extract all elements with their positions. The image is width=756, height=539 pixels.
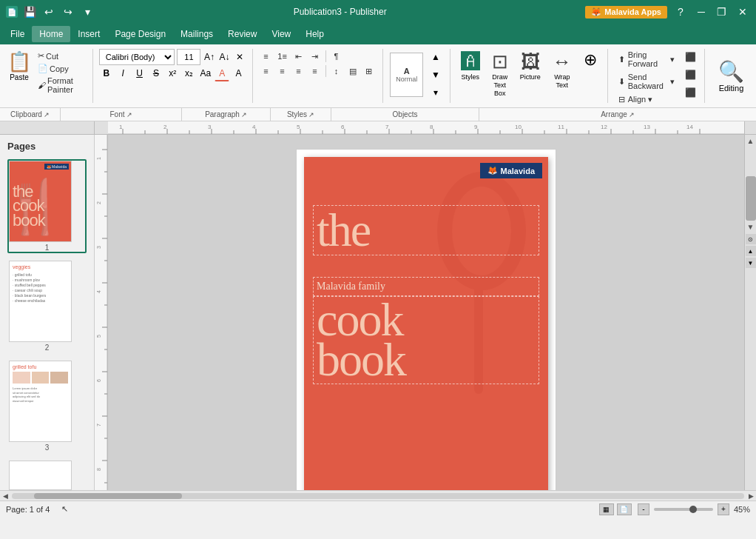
minimize-button[interactable]: ─ <box>694 4 709 19</box>
scroll-select-button[interactable]: ⊙ <box>746 234 756 244</box>
canvas-area[interactable]: 🦊 Malavida the Malavida family <box>108 135 744 490</box>
save-quickaccess-button[interactable]: 💾 <box>22 4 37 19</box>
styles-up-button[interactable]: ▲ <box>428 49 444 65</box>
arrange-label: Arrange ↗ <box>479 108 756 121</box>
scroll-h-thumb[interactable] <box>34 493 182 499</box>
align-right-button[interactable]: ≡ <box>291 64 306 78</box>
bullets-button[interactable]: ≡ <box>259 49 274 64</box>
font-expander[interactable]: ↗ <box>126 111 132 118</box>
help-button[interactable]: ? <box>673 4 688 19</box>
numbering-button[interactable]: 1≡ <box>275 49 290 64</box>
page-thumb-4[interactable] <box>7 459 87 490</box>
zoom-slider[interactable] <box>654 508 713 511</box>
menu-review[interactable]: Review <box>220 26 264 42</box>
font-size-input[interactable] <box>177 49 200 65</box>
zoom-in-button[interactable]: + <box>718 503 729 515</box>
styles-large-button[interactable]: 🅰 Styles <box>456 49 485 82</box>
paragraph-expander[interactable]: ↗ <box>241 111 247 118</box>
arrange-more3[interactable]: ⬛ <box>682 84 698 101</box>
justify-button[interactable]: ≡ <box>308 64 323 78</box>
scroll-left-button[interactable]: ◀ <box>0 491 10 501</box>
bold-button[interactable]: B <box>99 65 114 81</box>
page-thumb-3[interactable]: grilled tofu Lorem ipsum dolorsit amet c… <box>7 359 87 453</box>
more-objects-button[interactable]: ⊕ <box>579 49 601 71</box>
editing-button[interactable]: 🔍 Editing <box>712 56 750 96</box>
italic-button[interactable]: I <box>115 65 130 81</box>
restore-button[interactable]: ❐ <box>715 4 729 19</box>
menu-page-design[interactable]: Page Design <box>107 26 173 42</box>
change-case-button[interactable]: Aa <box>198 65 213 81</box>
font-shrink-button[interactable]: A↓ <box>218 49 231 65</box>
undo-button[interactable]: ↩ <box>41 4 56 19</box>
arrange-more1[interactable]: ⬛ <box>682 49 698 65</box>
styles-expander[interactable]: ↗ <box>308 111 314 118</box>
bring-forward-button[interactable]: ⬆ Bring Forward ▾ <box>614 49 679 70</box>
zoom-out-button[interactable]: - <box>638 503 649 515</box>
page-view-button[interactable]: 📄 <box>617 503 632 515</box>
menu-help[interactable]: Help <box>298 26 331 42</box>
align-button[interactable]: ⊟ Align ▾ <box>614 93 679 106</box>
arrange-more2[interactable]: ⬛ <box>682 67 698 83</box>
shading-button[interactable]: ▤ <box>345 64 360 78</box>
send-backward-button[interactable]: ⬇ Send Backward ▾ <box>614 71 679 92</box>
scroll-right-button[interactable]: ▶ <box>746 491 756 501</box>
page-thumb-1-bg: 🦊 Malavida 🍴 the cookbook <box>10 161 71 241</box>
styles-preview: A <box>404 67 410 76</box>
scroll-thumb[interactable] <box>746 176 756 221</box>
line-spacing-button[interactable]: ↕ <box>329 64 344 78</box>
text-box-the[interactable]: the <box>313 205 539 255</box>
menu-file[interactable]: File <box>3 26 32 42</box>
page-thumb-2[interactable]: veggies · grilled tofu · mushroom plov ·… <box>7 259 87 353</box>
styles-more-button[interactable]: ▾ <box>428 84 444 101</box>
menu-view[interactable]: View <box>264 26 298 42</box>
subscript-button[interactable]: x₂ <box>181 65 196 81</box>
text-box-cookbook[interactable]: cookbook <box>313 296 539 384</box>
prev-page-button[interactable]: ▲ <box>746 246 756 256</box>
borders-button[interactable]: ⊞ <box>362 64 377 78</box>
font-grow-button[interactable]: A↑ <box>203 49 215 65</box>
draw-text-box-button[interactable]: ⊡ DrawText Box <box>487 49 513 98</box>
scroll-up-button[interactable]: ▲ <box>745 135 756 147</box>
scrollbar-horizontal[interactable]: ◀ ▶ <box>0 490 756 500</box>
document-page[interactable]: 🦊 Malavida the Malavida family <box>304 157 548 490</box>
align-left-button[interactable]: ≡ <box>259 64 274 78</box>
styles-down-button[interactable]: ▼ <box>428 67 444 83</box>
objects-inner: 🅰 Styles ⊡ DrawText Box 🖼 Picture ↔ Wrap… <box>456 49 601 98</box>
zoom-thumb[interactable] <box>689 506 697 513</box>
scroll-down-button[interactable]: ▼ <box>745 221 756 232</box>
clear-format-button[interactable]: ✕ <box>233 49 246 65</box>
wrap-text-button[interactable]: ↔ WrapText <box>548 49 576 91</box>
menu-home[interactable]: Home <box>32 26 70 42</box>
format-painter-button[interactable]: 🖌Format Painter <box>36 76 87 95</box>
zoom-level: 45% <box>734 505 750 514</box>
arrange-expander[interactable]: ↗ <box>629 111 635 118</box>
styles-selector[interactable]: A Normal <box>390 53 423 97</box>
clipboard-expander[interactable]: ↗ <box>44 111 50 118</box>
font-color-button[interactable]: A <box>215 65 229 81</box>
scroll-h-track[interactable] <box>12 493 744 499</box>
thumb-3-title: grilled tofu <box>13 364 68 369</box>
font-family-select[interactable]: Calibri (Body) <box>99 49 175 65</box>
show-formatting-button[interactable]: ¶ <box>329 49 344 64</box>
page-thumb-1[interactable]: 🦊 Malavida 🍴 the cookbook 1 <box>7 159 87 253</box>
highlight-button[interactable]: A <box>231 65 246 81</box>
quickaccess-dropdown-button[interactable]: ▾ <box>80 4 95 19</box>
strikethrough-button[interactable]: S <box>149 65 163 81</box>
picture-button[interactable]: 🖼 Picture <box>516 49 545 82</box>
next-page-button[interactable]: ▼ <box>746 258 756 268</box>
copy-button[interactable]: 📄Copy <box>36 63 87 74</box>
increase-indent-button[interactable]: ⇥ <box>308 49 323 64</box>
menu-insert[interactable]: Insert <box>70 26 107 42</box>
redo-button[interactable]: ↪ <box>61 4 75 19</box>
scroll-track[interactable] <box>745 176 756 221</box>
close-button[interactable]: ✕ <box>735 4 750 19</box>
normal-view-button[interactable]: ▦ <box>599 503 614 515</box>
superscript-button[interactable]: x² <box>165 65 180 81</box>
align-center-button[interactable]: ≡ <box>275 64 290 78</box>
underline-button[interactable]: U <box>132 65 146 81</box>
menu-mailings[interactable]: Mailings <box>173 26 220 42</box>
scrollbar-vertical[interactable]: ▲ ▼ ⊙ ▲ ▼ <box>744 135 756 490</box>
decrease-indent-button[interactable]: ⇤ <box>291 49 306 64</box>
paste-button[interactable]: 📋 Paste <box>4 49 34 83</box>
cut-button[interactable]: ✂Cut <box>36 50 87 61</box>
